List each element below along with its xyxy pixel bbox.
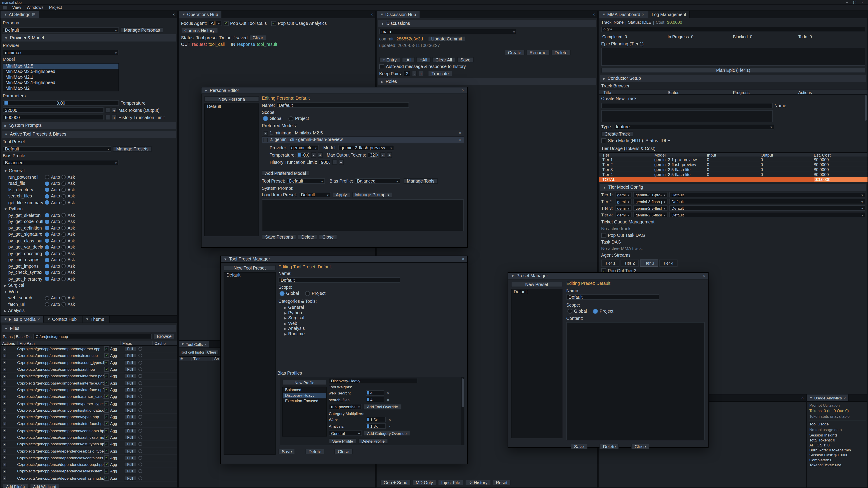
agg-checkbox[interactable]	[104, 401, 109, 406]
ask-toggle[interactable]	[61, 194, 66, 199]
track-name-input[interactable]	[601, 103, 773, 108]
close-icon[interactable]: ×	[170, 12, 177, 17]
load-preset-select[interactable]: Default	[299, 192, 331, 197]
compose-action-button[interactable]: Gen + Send	[380, 480, 411, 485]
tool-preset-select[interactable]: Default	[287, 178, 325, 184]
agg-checkbox[interactable]	[104, 374, 109, 379]
cache-indicator[interactable]	[138, 442, 142, 446]
cache-indicator[interactable]	[138, 415, 142, 419]
category-row[interactable]: ▶ Web	[284, 321, 464, 326]
persona-list[interactable]: Default	[204, 103, 259, 236]
preset-list[interactable]: Default	[511, 289, 562, 438]
browse-button[interactable]: Browse	[153, 334, 175, 339]
focus-agent-select[interactable]: All	[209, 21, 222, 26]
delete-persona-button[interactable]: Delete	[298, 234, 317, 239]
tool-tree-row[interactable]: get_file_summary Auto Ask	[0, 199, 177, 206]
maxout-decrement[interactable]: -	[380, 152, 385, 158]
add-files-button[interactable]: Add File(s)	[3, 484, 28, 488]
tool-preset-name-input[interactable]: Default	[278, 277, 400, 283]
tool-tree-row[interactable]: web_search Auto Ask	[0, 295, 177, 301]
system-prompt-textarea[interactable]	[262, 199, 464, 231]
remove-model-icon[interactable]: ×	[458, 131, 462, 135]
files-tab[interactable]: ▼ Theme	[82, 316, 110, 322]
close-icon[interactable]: ×	[462, 257, 464, 262]
comms-history-button[interactable]: Comms History	[181, 28, 218, 33]
auto-toggle[interactable]	[45, 226, 49, 230]
files-tab[interactable]: ▼ Context Hub	[44, 316, 82, 322]
close-icon[interactable]: ×	[799, 395, 806, 400]
ask-toggle[interactable]	[61, 182, 66, 186]
keep-pairs-decrement[interactable]: -	[412, 71, 417, 76]
close-persona-button[interactable]: Close	[319, 234, 337, 239]
remove-file-button[interactable]: x	[2, 408, 7, 413]
remove-file-button[interactable]: x	[2, 415, 7, 419]
caret-right-icon[interactable]: ▶	[284, 311, 286, 315]
update-commit-button[interactable]: Update Commit	[428, 36, 465, 41]
tab-discussion-hub[interactable]: ▼ Discussion Hub	[377, 11, 420, 18]
agg-checkbox[interactable]	[104, 442, 109, 447]
system-prompts-header[interactable]: ▶System Prompts	[2, 122, 176, 129]
discussion-select[interactable]: main	[379, 29, 517, 34]
close-icon[interactable]: ×	[462, 88, 464, 93]
auto-toggle[interactable]	[45, 175, 49, 180]
tier-prompt-select[interactable]: Default	[669, 199, 865, 204]
apply-button[interactable]: Apply	[333, 192, 350, 197]
auto-toggle[interactable]	[45, 194, 49, 199]
tier-provider-select[interactable]: gemini	[615, 199, 631, 204]
remove-file-button[interactable]: x	[2, 360, 7, 365]
remove-file-button[interactable]: x	[2, 428, 7, 433]
ask-toggle[interactable]	[61, 296, 66, 300]
max-output-input[interactable]: 32000	[368, 152, 379, 158]
max-tokens-input[interactable]: 32000	[3, 107, 103, 113]
scrollbar-thumb[interactable]	[865, 95, 867, 121]
stream-tab[interactable]: Tier 4	[659, 260, 677, 267]
keep-pairs-input[interactable]: 2	[404, 71, 410, 76]
tool-tree-row[interactable]: py_get_signature Auto Ask	[0, 231, 177, 238]
ask-toggle[interactable]	[61, 226, 66, 230]
scope-project-radio[interactable]	[593, 309, 598, 314]
full-button[interactable]: Full	[124, 374, 136, 379]
cache-indicator[interactable]	[138, 463, 142, 466]
pref-model-select[interactable]: gemini-3-flash-preview	[338, 145, 394, 151]
bias-profile-list[interactable]: Balanced Discovery-Heavy Execution-Focus…	[282, 387, 327, 436]
cache-indicator[interactable]	[138, 422, 142, 426]
compose-action-button[interactable]: Reset	[493, 480, 511, 485]
tool-tree-row[interactable]: ▶ Surgical Auto Ask	[0, 282, 177, 289]
preset-content-textarea[interactable]	[566, 322, 705, 440]
pref-history-input[interactable]: 900000	[319, 159, 330, 165]
caret-down-icon[interactable]: ▼	[182, 13, 186, 16]
tool-tree-row[interactable]: read_file Auto Ask	[0, 180, 177, 187]
remove-file-button[interactable]: x	[2, 422, 7, 426]
tab-usage-analytics[interactable]: ▼ Usage Analytics ×	[807, 394, 848, 401]
manage-personas-button[interactable]: Manage Personas	[121, 27, 163, 33]
pref-provider-select[interactable]: gemini_cli	[289, 145, 319, 151]
agg-checkbox[interactable]	[104, 367, 109, 372]
tool-tree-row[interactable]: ▼ Python Auto Ask	[0, 206, 177, 212]
auto-toggle[interactable]	[45, 302, 49, 307]
full-button[interactable]: Full	[124, 401, 136, 406]
new-tool-preset-button[interactable]: New Tool Preset	[223, 265, 276, 270]
preferred-model-row[interactable]: - 2. gemini_cli - gemini-3-flash-preview…	[262, 137, 464, 143]
remove-file-button[interactable]: x	[2, 455, 7, 460]
cache-indicator[interactable]	[138, 449, 142, 453]
remove-file-button[interactable]: x	[2, 367, 7, 372]
ask-toggle[interactable]	[61, 264, 66, 269]
remove-file-button[interactable]: x	[2, 381, 7, 385]
maxout-increment[interactable]: +	[387, 152, 392, 158]
auto-add-checkbox[interactable]	[379, 64, 384, 69]
conductor-setup-header[interactable]: ▶Conductor Setup	[600, 75, 866, 82]
scrollbar-thumb[interactable]	[462, 379, 464, 407]
save-preset-button[interactable]: Save	[571, 444, 587, 449]
remove-file-button[interactable]: x	[2, 354, 7, 358]
caret-down-icon[interactable]: ▼	[181, 343, 184, 346]
ask-toggle[interactable]	[61, 238, 66, 243]
bias-profile-item[interactable]: Discovery-Heavy	[283, 393, 326, 398]
add-category-override-button[interactable]: Add Category Override	[364, 430, 410, 436]
caret-down-icon[interactable]: ▼	[380, 13, 383, 16]
auto-toggle[interactable]	[45, 277, 49, 281]
scope-global-radio[interactable]	[263, 116, 268, 121]
delete-profile-button[interactable]: Delete Profile	[358, 438, 388, 444]
scope-global-radio[interactable]	[567, 309, 572, 314]
full-button[interactable]: Full	[124, 449, 136, 453]
bias-profile-select[interactable]: Balanced	[3, 160, 119, 165]
